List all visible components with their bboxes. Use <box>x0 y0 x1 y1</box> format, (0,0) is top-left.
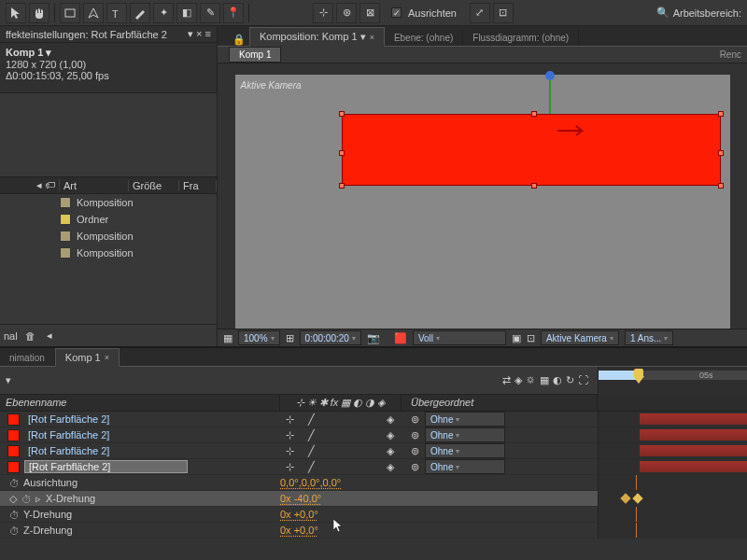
mask-icon[interactable]: ▣ <box>512 332 521 344</box>
tl-tool-icon[interactable]: ↻ <box>566 374 574 386</box>
close-icon[interactable]: × <box>370 33 374 42</box>
pickwhip-icon[interactable]: ⊚ <box>411 461 419 473</box>
stamp-tool-icon[interactable]: ✦ <box>153 3 174 23</box>
time-display[interactable]: 0:00:00:20 <box>300 330 361 345</box>
anchor-tool-icon[interactable]: ⊛ <box>336 3 357 23</box>
close-icon[interactable]: × <box>105 353 109 362</box>
tl-tool-icon[interactable]: ▦ <box>540 374 549 386</box>
layer-row[interactable]: [Rot Farbfläche 2] ⊹ ╱◈ ⊚Ohne <box>0 412 747 427</box>
timeline-ruler[interactable]: 05s <box>598 367 747 395</box>
selection-tool-icon[interactable] <box>6 3 26 23</box>
hand-tool-icon[interactable] <box>29 3 49 23</box>
tl-tool-icon[interactable]: ⇄ <box>502 374 511 386</box>
tl-tool-icon[interactable]: ◐ <box>553 374 562 386</box>
col-switches: ⊹ ☀ ✱ fx ▦ ◐ ◑ ◈ <box>280 395 402 411</box>
tab-composition[interactable]: Komposition: Komp 1 ▾× <box>249 27 385 47</box>
tl-tool-icon[interactable]: ⛶ <box>578 374 588 386</box>
layer-row[interactable]: [Rot Farbfläche 2] ⊹ ╱◈ ⊚Ohne <box>0 427 747 443</box>
pen-tool-icon[interactable] <box>83 3 104 23</box>
grid-icon[interactable]: ▦ <box>223 332 233 344</box>
timeline-body[interactable]: [Rot Farbfläche 2] ⊹ ╱◈ ⊚Ohne [Rot Farbf… <box>0 412 747 560</box>
view-dropdown[interactable]: Aktive Kamera <box>541 330 619 345</box>
pickwhip-icon[interactable]: ⊚ <box>411 429 419 441</box>
comp-dims: 1280 x 720 (1,00) <box>6 59 211 70</box>
rect-tool-icon[interactable] <box>60 3 80 23</box>
layer-row[interactable]: [Rot Farbfläche 2] ⊹ ╱◈ ⊚Ohne <box>0 443 747 459</box>
effects-header: ffekteinstellungen: Rot Farbfläche 2 ▾ ×… <box>0 26 217 43</box>
tl-tool-icon[interactable]: ⛭ <box>526 374 536 386</box>
text-tool-icon[interactable]: T <box>106 3 127 23</box>
project-item[interactable]: Ordner <box>0 211 217 228</box>
prop-z-drehung[interactable]: ⏱Z-Drehung 0x +0,0° <box>0 523 747 539</box>
align-label: Ausrichten <box>408 7 457 19</box>
tab-animation[interactable]: nimation <box>0 350 55 366</box>
prop-value[interactable]: 0x -40,0° <box>280 493 402 504</box>
zoom-dropdown[interactable]: 100% <box>238 330 280 345</box>
layer-row[interactable]: [Rot Farbfläche 2] ⊹ ╱◈ ⊚Ohne <box>0 459 747 475</box>
parent-dropdown[interactable]: Ohne <box>425 459 505 474</box>
search-icon[interactable]: 🔍 <box>656 7 669 20</box>
project-columns: ◂ 🏷 Art Größe Fra <box>0 177 217 194</box>
brush-tool-icon[interactable] <box>130 3 150 23</box>
axis-gizmo[interactable] <box>549 75 551 114</box>
comp-title[interactable]: Komp 1 ▾ <box>6 47 211 59</box>
pin-tool-icon[interactable]: 📍 <box>223 3 244 23</box>
prop-ausrichtung[interactable]: ⏱Ausrichtung 0,0°,0,0°,0,0° <box>0 475 747 491</box>
views-dropdown[interactable]: 1 Ans... <box>625 330 673 345</box>
project-item[interactable]: Komposition <box>0 228 217 245</box>
canvas[interactable]: Aktive Kamera <box>235 75 730 329</box>
eraser-tool-icon[interactable]: ◧ <box>176 3 197 23</box>
playhead[interactable] <box>633 369 646 382</box>
red-solid-layer[interactable] <box>342 114 721 186</box>
bpc-label[interactable]: nal <box>4 330 18 342</box>
stopwatch-icon[interactable]: ⏱ <box>9 525 19 535</box>
viewport[interactable]: Aktive Kamera <box>218 63 747 329</box>
comp-info: Komp 1 ▾ 1280 x 720 (1,00) Δ0:00:15:03, … <box>0 43 217 93</box>
snap1-icon[interactable]: ⤢ <box>470 3 490 23</box>
tl-tool-icon[interactable]: ◈ <box>514 374 522 386</box>
viewer-panel: 🔒 Komposition: Komp 1 ▾× Ebene: (ohne) F… <box>218 26 747 346</box>
comp-duration: Δ0:00:15:03, 25,00 fps <box>6 70 211 81</box>
stopwatch-icon[interactable]: ⏱ <box>9 510 19 519</box>
lock-icon[interactable]: 🔒 <box>229 34 249 46</box>
prop-value[interactable]: 0,0°,0,0°,0,0° <box>280 477 402 488</box>
project-item[interactable]: Komposition <box>0 194 217 211</box>
tab-komp1[interactable]: Komp 1 × <box>55 348 120 367</box>
prop-x-drehung[interactable]: ◇⏱▹ X-Drehung 0x -40,0° <box>0 491 747 507</box>
snap2-icon[interactable]: ⊡ <box>493 3 514 23</box>
subtab-comp[interactable]: Komp 1 <box>229 47 281 63</box>
project-item[interactable]: Komposition <box>0 245 217 261</box>
channel-icon[interactable]: 🟥 <box>394 332 407 344</box>
stopwatch-icon[interactable]: ⏱ <box>21 494 31 503</box>
svg-text:T: T <box>112 8 119 20</box>
main-toolbar: T ✦ ◧ ✎ 📍 ⊹ ⊛ ⊠ Ausrichten ⤢ ⊡ 🔍 Arbeits… <box>0 0 747 26</box>
quality-dropdown[interactable]: Voll <box>413 330 506 345</box>
camera-label: Aktive Kamera <box>241 80 302 91</box>
roto-tool-icon[interactable]: ✎ <box>200 3 220 23</box>
prop-value[interactable]: 0x +0,0° <box>280 525 402 536</box>
res-icon[interactable]: ⊞ <box>286 332 294 344</box>
align-checkbox[interactable] <box>391 7 402 18</box>
left-panel: ffekteinstellungen: Rot Farbfläche 2 ▾ ×… <box>0 26 218 346</box>
timeline-panel: nimation Komp 1 × ▾ ⇄ ◈ ⛭ ▦ ◐ ↻ ⛶ 05s Eb… <box>0 346 747 560</box>
axis-tool-icon[interactable]: ⊹ <box>313 3 333 23</box>
viewer-tabs: 🔒 Komposition: Komp 1 ▾× Ebene: (ohne) F… <box>218 26 747 47</box>
parent-dropdown[interactable]: Ohne <box>425 412 505 427</box>
trash-icon[interactable]: 🗑 <box>25 330 35 342</box>
col-layername: Ebenenname <box>0 395 280 411</box>
col-parent: Übergeordnet <box>402 395 598 411</box>
pickwhip-icon[interactable]: ⊚ <box>411 413 419 426</box>
null-tool-icon[interactable]: ⊠ <box>359 3 380 23</box>
parent-dropdown[interactable]: Ohne <box>425 427 505 442</box>
snapshot-icon[interactable]: 📷 <box>367 332 380 344</box>
render-label: Renc <box>720 49 747 60</box>
prop-value[interactable]: 0x +0,0° <box>280 509 402 520</box>
pickwhip-icon[interactable]: ⊚ <box>411 445 419 457</box>
prop-y-drehung[interactable]: ⏱Y-Drehung 0x +0,0° <box>0 507 747 523</box>
project-list[interactable]: Komposition Ordner Komposition Kompositi… <box>0 194 217 324</box>
tab-flowchart[interactable]: Flussdiagramm: (ohne) <box>463 30 579 46</box>
region-icon[interactable]: ⊡ <box>527 332 535 344</box>
parent-dropdown[interactable]: Ohne <box>425 443 505 458</box>
stopwatch-icon[interactable]: ⏱ <box>9 478 19 487</box>
tab-layer[interactable]: Ebene: (ohne) <box>385 30 463 46</box>
